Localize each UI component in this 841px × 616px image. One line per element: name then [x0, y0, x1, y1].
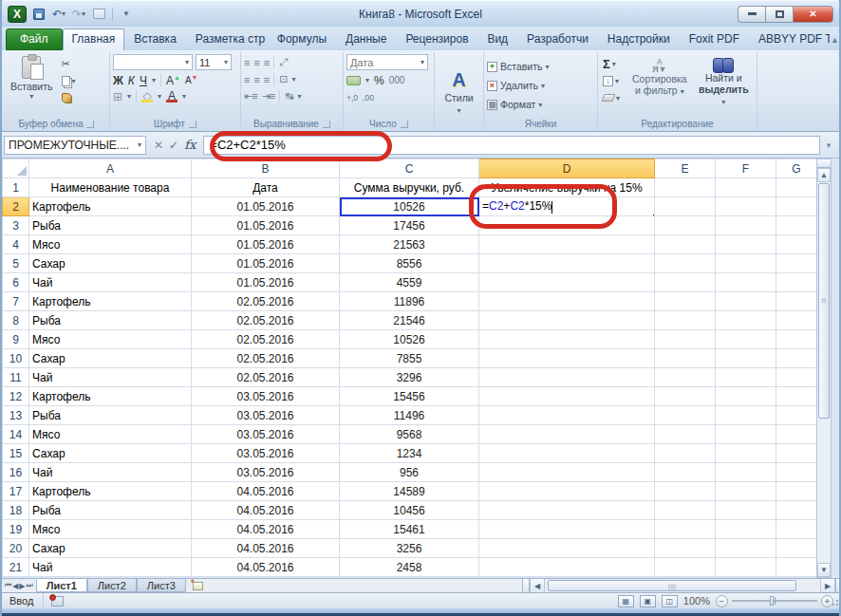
normal-view-button[interactable]: ▦: [618, 595, 634, 607]
dialog-launcher-icon[interactable]: [86, 121, 94, 128]
cell-D21[interactable]: [479, 558, 655, 577]
row-header-19[interactable]: 19: [3, 520, 29, 539]
cell-G16[interactable]: [776, 463, 817, 482]
ribbon-tab-Разметка стр[interactable]: Разметка стр: [186, 28, 268, 50]
cell-G7[interactable]: [776, 292, 817, 311]
ribbon-collapse-icon[interactable]: ▲: [831, 35, 839, 45]
cell-F3[interactable]: [716, 216, 776, 235]
cell-A14[interactable]: Мясо: [29, 425, 192, 444]
cell-G15[interactable]: [776, 444, 817, 463]
ribbon-tab-Рецензиров[interactable]: Рецензиров: [396, 28, 477, 50]
cell-D17[interactable]: [479, 482, 655, 501]
align-top-button[interactable]: ≡: [244, 57, 249, 68]
cell-D5[interactable]: [479, 254, 655, 273]
column-header-F[interactable]: F: [716, 159, 776, 178]
dialog-launcher-icon[interactable]: [323, 121, 330, 128]
cell-F6[interactable]: [716, 273, 776, 292]
cell-F18[interactable]: [716, 501, 776, 520]
cell-G8[interactable]: [776, 311, 817, 330]
zoom-slider-knob[interactable]: [770, 596, 774, 606]
cell-D7[interactable]: [479, 292, 655, 311]
ribbon-tab-Вставка[interactable]: Вставка: [124, 28, 186, 50]
cell-D6[interactable]: [479, 273, 655, 292]
sheet-tab-Лист3[interactable]: Лист3: [137, 579, 186, 592]
underline-button[interactable]: Ч: [140, 74, 147, 87]
ribbon-tab-Формулы[interactable]: Формулы: [268, 28, 336, 50]
cell-B6[interactable]: 01.05.2016: [192, 273, 340, 292]
cell-E15[interactable]: [655, 444, 716, 463]
close-button[interactable]: ✕: [793, 6, 833, 23]
cell-G18[interactable]: [776, 501, 817, 520]
cell-G2[interactable]: [776, 197, 817, 216]
cell-D15[interactable]: [479, 444, 655, 463]
enter-entry-button[interactable]: ✓: [169, 139, 178, 152]
save-button[interactable]: [30, 6, 47, 22]
spreadsheet-grid[interactable]: ABCDEFG 1 Наименование товара Дата Сумма…: [2, 159, 817, 577]
cell-D11[interactable]: [479, 368, 655, 387]
cell-C12[interactable]: 15456: [340, 387, 479, 406]
cell-G20[interactable]: [776, 539, 817, 558]
cell-E2[interactable]: [655, 197, 716, 216]
cell-E18[interactable]: [655, 501, 716, 520]
cell-A18[interactable]: Рыба: [29, 501, 192, 520]
cell-B15[interactable]: 03.05.2016: [192, 444, 340, 463]
cell-C3[interactable]: 17456: [340, 216, 479, 235]
cell-G11[interactable]: [776, 368, 817, 387]
sort-filter-button[interactable]: АЯ▼ Сортировкаи фильтр ▾: [628, 54, 691, 117]
cell-C13[interactable]: 11496: [340, 406, 479, 425]
cell-C2[interactable]: 10526: [340, 197, 479, 216]
ribbon-tab-Файл[interactable]: Файл: [6, 28, 63, 50]
cell-B11[interactable]: 02.05.2016: [192, 368, 340, 387]
page-break-view-button[interactable]: ◫: [662, 595, 678, 607]
cell-F17[interactable]: [716, 482, 776, 501]
cell-C17[interactable]: 14589: [340, 482, 479, 501]
cell-A21[interactable]: Чай: [29, 558, 192, 577]
cell-A10[interactable]: Сахар: [29, 349, 192, 368]
cell-D9[interactable]: [479, 330, 655, 349]
merge-center-button[interactable]: ⊡: [279, 73, 287, 85]
cell-A5[interactable]: Сахар: [29, 254, 192, 273]
cell-B20[interactable]: 04.05.2016: [192, 539, 340, 558]
scroll-up-arrow[interactable]: ▲: [817, 168, 831, 182]
find-select-button[interactable]: Найти ивыделить ▾: [694, 54, 754, 117]
cell-C18[interactable]: 10456: [340, 501, 479, 520]
cell-B7[interactable]: 02.05.2016: [192, 292, 340, 311]
cell-C1[interactable]: Сумма выручки, руб.: [340, 178, 479, 197]
cell-C7[interactable]: 11896: [340, 292, 479, 311]
cell-C9[interactable]: 10526: [340, 330, 479, 349]
row-header-3[interactable]: 3: [3, 216, 29, 235]
font-color-button[interactable]: А: [166, 90, 178, 103]
cell-A6[interactable]: Чай: [29, 273, 192, 292]
restore-button[interactable]: [765, 6, 793, 23]
cell-C21[interactable]: 2458: [340, 558, 479, 577]
align-middle-button[interactable]: ≡: [253, 57, 258, 68]
cell-F7[interactable]: [716, 292, 776, 311]
minimize-button[interactable]: [738, 6, 765, 23]
row-header-5[interactable]: 5: [3, 254, 29, 273]
cell-C10[interactable]: 7855: [340, 349, 479, 368]
cell-C15[interactable]: 1234: [340, 444, 479, 463]
cell-F13[interactable]: [716, 406, 776, 425]
dialog-launcher-icon[interactable]: [401, 121, 408, 128]
cell-D14[interactable]: [479, 425, 655, 444]
cell-C6[interactable]: 4559: [340, 273, 479, 292]
paste-button[interactable]: Вставить ▾: [7, 54, 57, 117]
qat-dropdown-button[interactable]: ▼: [118, 6, 135, 22]
column-header-D[interactable]: D: [479, 159, 655, 178]
cell-F2[interactable]: [716, 197, 776, 216]
zoom-slider[interactable]: − +: [716, 595, 833, 607]
cell-A19[interactable]: Мясо: [29, 520, 192, 539]
scroll-right-arrow[interactable]: ▶: [820, 579, 835, 592]
row-header-6[interactable]: 6: [3, 273, 29, 292]
font-size-combobox[interactable]: 11▾: [196, 54, 232, 70]
cell-G21[interactable]: [776, 558, 817, 577]
cell-D16[interactable]: [479, 463, 655, 482]
zoom-slider-track[interactable]: [732, 600, 817, 602]
ribbon-tab-Надстройки[interactable]: Надстройки: [598, 28, 680, 50]
vertical-scroll-thumb[interactable]: [818, 183, 830, 419]
cell-E10[interactable]: [655, 349, 716, 368]
cell-E5[interactable]: [655, 254, 716, 273]
cell-D12[interactable]: [479, 387, 655, 406]
row-header-1[interactable]: 1: [3, 178, 29, 197]
sheet-tab-Лист1[interactable]: Лист1: [36, 579, 87, 592]
